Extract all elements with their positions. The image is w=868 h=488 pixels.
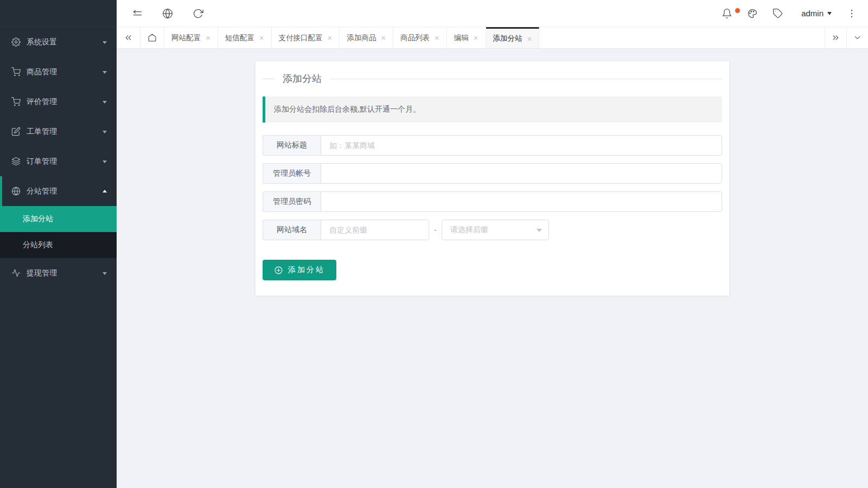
sidebar-item-label: 提现管理	[27, 268, 103, 278]
tab-sms-config[interactable]: 短信配置 ×	[218, 27, 272, 48]
sidebar-item-label: 商品管理	[27, 67, 103, 77]
chevron-up-icon	[103, 188, 107, 192]
sidebar-item-label: 工单管理	[27, 127, 103, 137]
close-icon[interactable]: ×	[435, 34, 439, 42]
notification-dot	[735, 8, 740, 13]
sidebar-item-system-settings[interactable]: 系统设置	[0, 27, 117, 57]
site-title-label: 网站标题	[263, 135, 321, 156]
admin-password-input[interactable]	[321, 191, 722, 212]
sidebar-item-label: 订单管理	[27, 157, 103, 166]
chevron-down-icon	[827, 12, 832, 17]
site-title-input[interactable]	[321, 135, 722, 156]
tab-edit[interactable]: 编辑 ×	[447, 27, 486, 48]
tabs-dropdown-icon[interactable]	[846, 27, 868, 48]
sidebar-item-label: 评价管理	[27, 97, 103, 107]
domain-suffix-select[interactable]: 请选择后缀	[442, 220, 549, 240]
close-icon[interactable]: ×	[474, 34, 478, 42]
tabs-scroll-right-icon[interactable]	[825, 27, 846, 48]
tab-add-product[interactable]: 添加商品 ×	[340, 27, 393, 48]
sidebar-subitem-substation-list[interactable]: 分站列表	[0, 232, 117, 258]
add-substation-form: 网站标题 管理员帐号 管理员密码 网站域名 - 请选择后缀	[263, 135, 722, 280]
admin-account-input[interactable]	[321, 163, 722, 184]
sidebar-subitem-label: 添加分站	[23, 214, 53, 224]
admin-password-label: 管理员密码	[263, 191, 321, 212]
close-icon[interactable]: ×	[328, 34, 333, 42]
domain-separator: -	[434, 226, 437, 234]
info-alert: 添加分站会扣除后台余额,默认开通一个月。	[263, 97, 722, 123]
sidebar-item-withdrawal-management[interactable]: 提现管理	[0, 258, 117, 288]
form-row-admin-password: 管理员密码	[263, 191, 722, 212]
site-domain-label: 网站域名	[263, 220, 321, 240]
submit-label: 添加分站	[288, 265, 325, 275]
tab-label: 支付接口配置	[279, 33, 323, 43]
chevron-down-icon	[537, 229, 542, 235]
activity-icon	[11, 268, 21, 278]
user-menu[interactable]: admin	[801, 9, 832, 18]
tab-product-list[interactable]: 商品列表 ×	[393, 27, 447, 48]
page-title: 添加分站	[283, 72, 322, 85]
sidebar-item-order-management[interactable]: 订单管理	[0, 146, 117, 176]
sidebar-item-substation-management[interactable]: 分站管理	[0, 176, 117, 206]
domain-prefix-input[interactable]	[321, 220, 429, 240]
refresh-icon[interactable]	[193, 8, 203, 19]
chevron-down-icon	[103, 71, 107, 76]
chevron-down-icon	[103, 101, 107, 106]
tabs-scroll-left-icon[interactable]	[117, 27, 141, 48]
globe-icon	[11, 187, 21, 196]
sidebar-subitem-add-substation[interactable]: 添加分站	[0, 206, 117, 232]
tab-payment-interface-config[interactable]: 支付接口配置 ×	[272, 27, 340, 48]
close-icon[interactable]: ×	[527, 35, 532, 43]
top-header: admin	[117, 0, 868, 27]
sidebar: 系统设置 商品管理 评价管理 工单管理 订单管理 分站管理 添加分站 分站列表 …	[0, 0, 117, 488]
gear-icon	[11, 37, 21, 47]
tab-bar: 网站配置 × 短信配置 × 支付接口配置 × 添加商品 × 商品列表 × 编辑 …	[117, 27, 868, 49]
tab-label: 添加分站	[493, 34, 522, 43]
select-placeholder: 请选择后缀	[450, 225, 488, 235]
form-row-site-domain: 网站域名 - 请选择后缀	[263, 220, 722, 240]
tab-label: 添加商品	[347, 33, 376, 43]
cart-icon	[11, 67, 21, 76]
bell-icon[interactable]	[722, 8, 732, 19]
layers-icon	[11, 157, 21, 166]
tab-add-substation[interactable]: 添加分站 ×	[486, 27, 540, 48]
card-title-row: 添加分站	[263, 72, 722, 85]
tab-label: 短信配置	[225, 33, 254, 43]
form-row-site-title: 网站标题	[263, 135, 722, 156]
tag-icon[interactable]	[773, 8, 783, 19]
add-substation-card: 添加分站 添加分站会扣除后台余额,默认开通一个月。 网站标题 管理员帐号 管理员…	[255, 61, 730, 296]
chevron-down-icon	[103, 131, 107, 136]
sidebar-subitem-label: 分站列表	[23, 240, 53, 250]
plus-circle-icon	[274, 266, 283, 275]
tab-label: 商品列表	[400, 33, 430, 43]
chevron-down-icon	[103, 41, 107, 46]
form-row-admin-account: 管理员帐号	[263, 163, 722, 184]
sidebar-item-product-management[interactable]: 商品管理	[0, 57, 117, 87]
close-icon[interactable]: ×	[206, 34, 210, 42]
sidebar-item-review-management[interactable]: 评价管理	[0, 87, 117, 117]
close-icon[interactable]: ×	[381, 34, 386, 42]
document-edit-icon	[11, 127, 21, 136]
admin-account-label: 管理员帐号	[263, 163, 321, 184]
globe-icon[interactable]	[162, 8, 173, 19]
alert-text: 添加分站会扣除后台余额,默认开通一个月。	[274, 105, 420, 113]
tab-label: 编辑	[454, 33, 469, 43]
add-substation-button[interactable]: 添加分站	[263, 260, 336, 280]
chevron-down-icon	[103, 272, 107, 277]
logo-area	[0, 0, 117, 27]
kebab-menu-icon[interactable]	[846, 8, 857, 19]
sidebar-item-label: 分站管理	[27, 187, 103, 196]
chevron-down-icon	[103, 160, 107, 165]
home-tab-icon[interactable]	[141, 27, 164, 48]
tab-website-config[interactable]: 网站配置 ×	[164, 27, 218, 48]
content-area: 添加分站 添加分站会扣除后台余额,默认开通一个月。 网站标题 管理员帐号 管理员…	[117, 49, 868, 488]
tabbar-spacer	[539, 27, 825, 48]
title-divider-right	[330, 79, 722, 79]
title-divider-left	[263, 79, 275, 79]
palette-icon[interactable]	[747, 8, 758, 19]
close-icon[interactable]: ×	[259, 34, 264, 42]
cart-icon	[11, 97, 21, 106]
tab-label: 网站配置	[171, 33, 201, 43]
menu-fold-icon[interactable]	[132, 8, 143, 19]
sidebar-item-label: 系统设置	[27, 37, 103, 47]
sidebar-item-workorder-management[interactable]: 工单管理	[0, 117, 117, 146]
